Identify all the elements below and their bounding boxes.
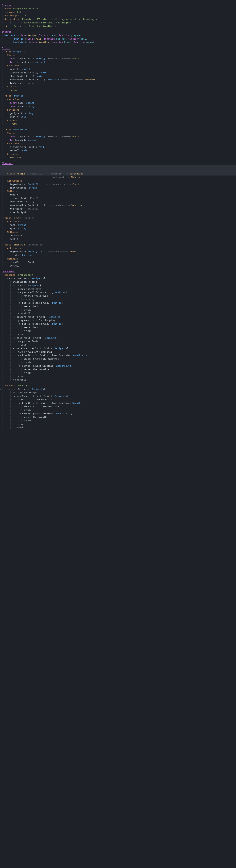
- file-recipe-fn-chop: │ │ │ chop(fruit: Fruit): void: [0, 74, 236, 78]
- class-fruit-attr-name: │ │ │ name: string: [0, 223, 236, 227]
- file-fruit-header: │ file: Fruit.ts: [0, 94, 236, 98]
- class-recipe-m-makesmoothie: │ │ │ makeSmoothie(fruit: Fruit) ────cre…: [0, 204, 236, 207]
- class-recipe-methods: │ │ Methods:: [0, 190, 236, 193]
- file-fruit-class: │ │ │ Fruit: [0, 122, 236, 126]
- spacer: [0, 159, 236, 162]
- class-smoothie-attrs: │ │ Attributes:: [0, 247, 236, 250]
- seq1-l02: │ │ │ │ initializes recipe: [0, 280, 236, 284]
- seq2-startrecipe: ●│ │ -> startRecipe() [Recipe.ts]: [0, 388, 236, 391]
- class-fruit-header: │ class: Fruit (Fruit.ts): [0, 216, 236, 220]
- file-fruit-fn-gettype: │ │ │ getType(): string: [0, 112, 236, 115]
- seq1-chop: │ │ │ │ -> chop(fruit: Fruit) [Recipe.ts…: [0, 336, 236, 340]
- diagram-version: │ version: 1.0: [0, 10, 236, 14]
- seq1-l07: │ │ │ │ │ │ │ │ < string: [0, 298, 236, 301]
- gutter-diamond-icon: ✦: [0, 166, 1, 167]
- section-header-classes: Classes:: [0, 162, 236, 165]
- class-recipe-m-read: │ │ │ read(): [0, 193, 236, 196]
- seq1-title: │ Sequence: Preparation: [0, 273, 236, 277]
- class-recipe-attrs: │ │ Attributes:: [0, 179, 236, 183]
- class-smoothie-attr-blended: │ │ │ blended: boolean: [0, 253, 236, 257]
- diagram-description: │ description: Example of PT (plain text…: [0, 18, 236, 21]
- section-header-imports: Imports:: [0, 30, 236, 34]
- class-smoothie-attr-ingredients: │ │ │ ingredients: Fruit (1..*) ─────use…: [0, 250, 236, 253]
- seq2-l28: │ │ │ │ │ │ │ │ < void: [0, 419, 236, 422]
- seq2-l30: │ │ │ │ < Smoothie: [0, 426, 236, 429]
- spacer: [0, 28, 236, 30]
- seq1-l19: │ │ │ │ │ │ chops the fruit: [0, 340, 236, 343]
- file-smoothie-funcs: │ │ Functions:: [0, 142, 236, 145]
- file-fruit-var-type: │ │ │ const type: string: [0, 105, 236, 108]
- seq1-l29: │ │ │ │ │ │ < void: [0, 375, 236, 378]
- section-header-files: Files:: [0, 46, 236, 50]
- file-recipe-var-instructions: │ │ │ let instructions: string[]: [0, 60, 236, 64]
- class-recipe-attr-ingredients: │ │ │ ingredients: Fruit (0..*) ◇───depe…: [0, 183, 236, 186]
- seq1-l13: │ │ │ │ │ │ prepares fruit for chopping: [0, 319, 236, 322]
- diagram-name: │ name: Recipe Construction: [0, 7, 236, 10]
- file-fruit-vars: │ │ Variables:: [0, 98, 236, 101]
- seq1-l30: │ │ │ │ < Smoothie: [0, 378, 236, 381]
- file-recipe-funcs: │ │ Functions:: [0, 64, 236, 67]
- seq2-makesmoothie: │ │ │ │ -> makeSmoothie(fruit: Fruit) [R…: [0, 395, 236, 398]
- class-smoothie-m-serve: │ │ │ serve(): [0, 264, 236, 268]
- file-fruit-fn-peel: │ │ │ peel(): void: [0, 115, 236, 119]
- class-recipe-m-logrecipe: │ │ │ logRecipe() (private): [0, 207, 236, 211]
- file-recipe-classes: │ │ Classes:: [0, 85, 236, 88]
- seq1-l20: │ │ │ │ │ │ < void: [0, 343, 236, 347]
- seq2-blend: │ │ │ │ │ │ -> blend(fruit: Fruit) [clas…: [0, 401, 236, 405]
- class-fruit-attr-type: │ │ │ type: string: [0, 227, 236, 230]
- spacer: [0, 241, 236, 243]
- spacer: [0, 44, 236, 46]
- section-header-diagram: Diagram:: [0, 3, 236, 7]
- gutter-warn-icon: ▮: [0, 277, 1, 279]
- seq1-l22: │ │ │ │ │ │ mixes fruit into smoothie: [0, 350, 236, 353]
- class-recipe-attr-instructions: │ │ │ instructions: string: [0, 186, 236, 190]
- seq1-l06: │ │ │ │ │ │ │ │ fetches fruit type: [0, 294, 236, 298]
- file-smoothie-fn-blend: │ │ │ blend(fruit: Fruit): void: [0, 145, 236, 149]
- gutter-circle-icon: ●: [0, 388, 1, 390]
- spacer: [0, 92, 236, 94]
- seq1-peel2: │ │ │ │ │ │ -> peel() [class Fruit, Frui…: [0, 322, 236, 326]
- seq1-l27: │ │ │ │ │ │ │ │ serves the smoothie: [0, 368, 236, 371]
- file-recipe-fn-logrecipe: │ │ │ logRecipe() (private): [0, 82, 236, 85]
- class-recipe-m-chop: │ │ │ chop(fruit: Fruit): [0, 200, 236, 204]
- file-recipe-fn-prepare: │ │ │ prepare(fruit: Fruit): void: [0, 71, 236, 74]
- file-smoothie-var-ingredients: │ │ │ const ingredients: Fruit[] ◆───con…: [0, 135, 236, 138]
- file-fruit-classes: │ │ Classes:: [0, 119, 236, 122]
- class-fruit-m-peel: │ │ │ peel(): [0, 237, 236, 241]
- seq1-l11: │ │ │ │ │ │ < Fruit[]: [0, 312, 236, 315]
- seq1-l24: │ │ │ │ │ │ │ │ blends fruit into smooth…: [0, 357, 236, 361]
- file-fruit-funcs: │ │ Functions:: [0, 108, 236, 112]
- seq1-gettype: │ │ │ │ │ │ -> getType() [class Fruit, F…: [0, 291, 236, 294]
- file-smoothie-header: │ file: Smoothie.ts: [0, 128, 236, 131]
- section-header-usecases: Use Cases:: [0, 270, 236, 273]
- class-fruit-methods: │ │ Methods:: [0, 230, 236, 234]
- file-recipe-header: │ file: Recipe.ts: [0, 50, 236, 54]
- seq1-prepare: │ │ │ │ -> prepare(fruit: Fruit) [Recipe…: [0, 315, 236, 319]
- file-recipe-fn-read: │ │ │ read(): Fruit[]: [0, 67, 236, 71]
- seq1-l15: │ │ │ │ │ │ │ │ peels the fruit: [0, 326, 236, 329]
- file-smoothie-class: │ │ │ Smoothie: [0, 156, 236, 159]
- seq1-read: │ │ │ │ -> read() [Recipe.ts]: [0, 284, 236, 287]
- file-recipe-var-ingredients: │ │ │ const ingredients: Fruit[] ◆───con…: [0, 57, 236, 60]
- diagram-files: │ files: Recipe.ts, Fruit.ts, Smoothie.t…: [0, 25, 236, 28]
- seq1-l09: │ │ │ │ │ │ │ │ peels the fruit: [0, 305, 236, 308]
- seq1-l10: │ │ │ │ │ │ │ │ < void: [0, 308, 236, 312]
- spacer: [0, 268, 236, 270]
- seq1-serve: │ │ │ │ │ │ -> serve() [class Smoothie, …: [0, 364, 236, 368]
- seq1-l17: │ │ │ │ │ │ < void: [0, 333, 236, 336]
- class-fruit-m-gettype: │ │ │ getType(): [0, 234, 236, 237]
- diagram-version-ptd: │ version-ptd: 1.1: [0, 14, 236, 18]
- seq2-serve: │ │ │ │ │ │ -> serve() [class Smoothie, …: [0, 412, 236, 415]
- file-recipe-fn-makesmoothie: │ │ │ makeSmoothie(fruit: Fruit): Smooth…: [0, 78, 236, 82]
- seq1-l16: │ │ │ │ │ │ │ │ < void: [0, 329, 236, 333]
- file-recipe-class: │ │ │ Recipe: [0, 88, 236, 92]
- file-smoothie-vars: │ │ Variables:: [0, 131, 236, 135]
- seq1-blend: │ │ │ │ │ │ -> blend(fruit: Fruit) [clas…: [0, 353, 236, 357]
- seq2-l29: │ │ │ │ │ │ < void: [0, 422, 236, 426]
- import-fruit: │ │ ──▷ Fruit.ts (class Fruit, function …: [0, 37, 236, 41]
- seq1-startrecipe: ▮│ │ -> startRecipe() [Recipe.ts]: [0, 277, 236, 280]
- spacer: [0, 126, 236, 128]
- file-recipe-vars: │ │ Variables:: [0, 54, 236, 57]
- seq1-l28: │ │ │ │ │ │ │ │ < void: [0, 371, 236, 375]
- file-smoothie-var-blended: │ │ │ let blended: boolean: [0, 138, 236, 142]
